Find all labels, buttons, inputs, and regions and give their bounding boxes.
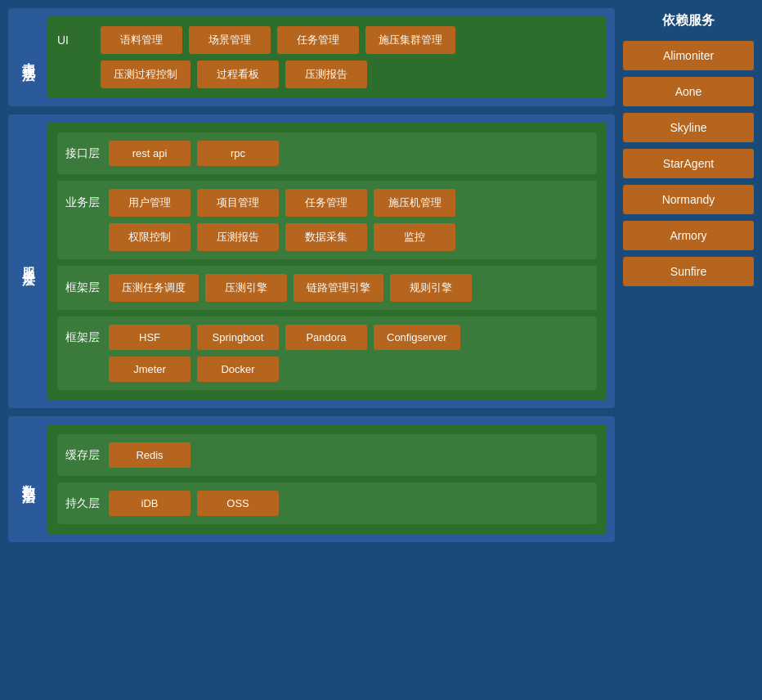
chip-docker: Docker (197, 357, 279, 382)
cache-sublayer: 缓存层 Redis (57, 434, 597, 476)
service-layer: 服务层 接口层 rest api rpc 业务层 用户管理 项目管理 任务管理 … (8, 114, 615, 408)
chip-yacerenwutiaoodu: 压测任务调度 (109, 274, 199, 302)
sidebar-item-alimoniter: Alimoniter (623, 41, 754, 70)
service-layer-label: 服务层 (16, 123, 39, 400)
chip-configserver: Configserver (374, 325, 460, 350)
chip-redis: Redis (109, 442, 190, 468)
chip-yuliaoguanli: 语料管理 (101, 26, 182, 54)
chip-shujucaiji: 数据采集 (285, 223, 367, 251)
chip-yacebagao: 压测报告 (285, 61, 367, 88)
presentation-inner: UI 语料管理 场景管理 任务管理 施压集群管理 压测过程控制 过程看板 压测报… (47, 16, 607, 98)
persist-row-0: 持久层 iDB OSS (65, 491, 589, 516)
persist-label: 持久层 (65, 496, 102, 511)
framework-label-1: 框架层 (65, 280, 102, 295)
persist-sublayer: 持久层 iDB OSS (57, 482, 597, 524)
chip-guochenkanban: 过程看板 (197, 61, 279, 88)
chip-jmeter: Jmeter (109, 357, 190, 382)
presentation-layer: 表现层 UI 语料管理 场景管理 任务管理 施压集群管理 压测过程控制 过程看板… (8, 8, 615, 106)
presentation-row-0: UI 语料管理 场景管理 任务管理 施压集群管理 (57, 26, 597, 54)
chip-renwuguanli2: 任务管理 (285, 189, 367, 217)
sidebar-item-armory: Armory (623, 221, 754, 250)
chip-jiankong: 监控 (374, 223, 455, 251)
sidebar-item-sunfire: Sunfire (623, 257, 754, 286)
chip-guizeyinqing: 规则引擎 (390, 274, 472, 302)
business-row-0: 业务层 用户管理 项目管理 任务管理 施压机管理 (65, 189, 589, 217)
chip-restapi: rest api (109, 141, 190, 166)
ui-label: UI (57, 34, 94, 47)
interface-sublayer: 接口层 rest api rpc (57, 132, 597, 174)
cache-row-0: 缓存层 Redis (65, 442, 589, 468)
framework-label-2: 框架层 (65, 330, 102, 345)
presentation-layer-label: 表现层 (16, 16, 39, 98)
chip-quanxiankongzhi: 权限控制 (109, 223, 190, 251)
business-row-1: 权限控制 压测报告 数据采集 监控 (65, 223, 589, 251)
chip-oss: OSS (197, 491, 279, 516)
chip-pandora: Pandora (285, 325, 367, 350)
framework2-row-1: Jmeter Docker (65, 357, 589, 382)
framework2-row-0: 框架层 HSF Springboot Pandora Configserver (65, 325, 589, 350)
chip-yacegongchengkongzhi: 压测过程控制 (101, 61, 190, 88)
sidebar-item-aone: Aone (623, 77, 754, 106)
chip-yaceyinqing: 压测引擎 (205, 274, 287, 302)
chip-hsf: HSF (109, 325, 190, 350)
presentation-row-1: 压测过程控制 过程看板 压测报告 (57, 61, 597, 88)
framework-row-0: 框架层 压测任务调度 压测引擎 链路管理引擎 规则引擎 (65, 274, 589, 302)
chip-renwuguanli: 任务管理 (277, 26, 359, 54)
sidebar-item-normandy: Normandy (623, 185, 754, 214)
data-layer: 数据层 缓存层 Redis 持久层 iDB OSS (8, 416, 615, 542)
chip-shiyajiguanli: 施压机管理 (374, 189, 455, 217)
data-inner: 缓存层 Redis 持久层 iDB OSS (47, 424, 607, 534)
framework-sublayer-1: 框架层 压测任务调度 压测引擎 链路管理引擎 规则引擎 (57, 266, 597, 310)
chip-rpc: rpc (197, 141, 279, 166)
chip-springboot: Springboot (197, 325, 279, 350)
sidebar: 依赖服务 Alimoniter Aone Skyline StarAgent N… (623, 8, 754, 692)
chip-idb: iDB (109, 491, 190, 516)
main-content: 表现层 UI 语料管理 场景管理 任务管理 施压集群管理 压测过程控制 过程看板… (8, 8, 615, 692)
chip-changjingguanli: 场景管理 (189, 26, 271, 54)
service-inner: 接口层 rest api rpc 业务层 用户管理 项目管理 任务管理 施压机管… (47, 123, 607, 400)
business-sublayer: 业务层 用户管理 项目管理 任务管理 施压机管理 权限控制 压测报告 数据采集 … (57, 181, 597, 259)
chip-yonghuguanli: 用户管理 (109, 189, 190, 217)
chip-shiyajiqunguanli: 施压集群管理 (365, 26, 455, 54)
interface-label: 接口层 (65, 146, 102, 161)
cache-label: 缓存层 (65, 448, 102, 463)
sidebar-item-staragent: StarAgent (623, 149, 754, 178)
chip-xiangmuguanli: 项目管理 (197, 189, 279, 217)
framework-sublayer-2: 框架层 HSF Springboot Pandora Configserver … (57, 316, 597, 390)
chip-yacebagao2: 压测报告 (197, 223, 279, 251)
data-layer-label: 数据层 (16, 424, 39, 534)
interface-row-0: 接口层 rest api rpc (65, 141, 589, 166)
sidebar-item-skyline: Skyline (623, 113, 754, 142)
business-label: 业务层 (65, 195, 102, 210)
chip-lianluyinqing: 链路管理引擎 (294, 274, 383, 302)
sidebar-title: 依赖服务 (662, 12, 715, 29)
